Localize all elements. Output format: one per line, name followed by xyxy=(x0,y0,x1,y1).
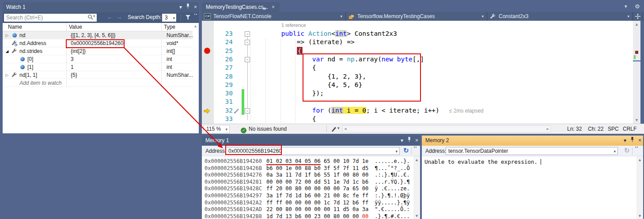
code-line[interactable]: public Action<int> Constant2x3 xyxy=(250,30,397,38)
pen-dropdown-icon[interactable]: ▾ xyxy=(337,126,340,130)
chevron-down-icon[interactable]: ▾ xyxy=(614,148,616,155)
code-line[interactable]: var nd = np.array(new byte[,] xyxy=(250,55,424,64)
memory-row[interactable]: 0x000002556B19428100 00 00 72 00 dd 51 1… xyxy=(205,179,410,186)
tabwell-gear-icon[interactable]: ⚙ xyxy=(635,3,640,10)
expander-icon[interactable]: ▷ xyxy=(4,71,10,79)
tab-close-icon[interactable]: × xyxy=(272,2,275,12)
code-line[interactable]: => (iterate) => xyxy=(250,38,355,46)
status-eol[interactable]: CRLF xyxy=(623,124,636,134)
toolbar-overflow-icon[interactable]: '' xyxy=(414,146,417,151)
watch-value[interactable]: {5} xyxy=(69,71,77,79)
memory-row[interactable]: 0x000002556B19428Cff 20 00 80 00 00 00 0… xyxy=(205,185,410,193)
breakpoint-icon[interactable] xyxy=(204,48,210,54)
toolbar-overflow-icon[interactable]: '' xyxy=(194,13,197,18)
pen-marker-icon[interactable] xyxy=(331,126,337,133)
scroll-right-icon[interactable]: ▸ xyxy=(546,126,549,132)
column-header-value[interactable]: Value xyxy=(69,23,82,31)
memory2-address-input[interactable]: tensor.TensorDataPointer ▾ xyxy=(446,147,618,155)
editor-vertical-scrollbar[interactable]: ▲ ▼ xyxy=(633,21,640,124)
code-line[interactable]: { xyxy=(250,64,316,72)
watch-titlebar[interactable]: Watch 1 ▾ × xyxy=(3,2,199,12)
property-refresh-icon: ⟳ xyxy=(11,40,18,46)
memory-row[interactable]: 0x000002556B1942973a 1f 7d 1d b6 00 21 0… xyxy=(205,193,410,200)
back-icon[interactable]: ← xyxy=(107,14,113,20)
close-icon[interactable]: × xyxy=(415,136,418,146)
watch-row[interactable]: ⟳nd.Address0x000002556b194260void* xyxy=(3,39,193,47)
memory-row[interactable]: 0x000002556B1942A2ff ff 00 00 00 00 1c 7… xyxy=(205,200,410,207)
memory-row[interactable]: 0x000002556B19426001 02 03 04 05 06 65 0… xyxy=(205,158,410,165)
watch-row[interactable]: ▷nd[1, 1]{5}NumShar... xyxy=(3,71,193,79)
type-dropdown[interactable]: Tensorflow.MemoryTestingCases▾ xyxy=(346,12,487,21)
watch-row[interactable]: [0]3int xyxy=(3,55,193,63)
search-dropdown-icon[interactable]: ▾ xyxy=(93,14,95,18)
search-input[interactable] xyxy=(4,13,97,22)
watch-value[interactable]: 0x000002556b194260 xyxy=(69,39,123,47)
memory1-hex-dump[interactable]: 0x000002556B19426001 02 03 04 05 06 65 0… xyxy=(202,136,413,219)
code-line[interactable]: {4, 5, 6} xyxy=(250,81,362,89)
code-line[interactable]: for (int i = 0; i < iterate; i++)≤ 2ms e… xyxy=(250,106,484,115)
editor-horizontal-scrollbar[interactable]: ◂ ▸ xyxy=(342,125,551,132)
close-icon[interactable]: × xyxy=(194,2,197,12)
project-dropdown[interactable]: C# TensorFlowNET.Console▾ xyxy=(202,12,346,21)
scroll-up-icon[interactable]: ▲ xyxy=(413,158,420,162)
watch-scrollbar-up-icon[interactable]: ▲ xyxy=(193,24,197,28)
code-editor[interactable]: 1 reference 23− public Action<int> Const… xyxy=(202,21,633,124)
memory-bytes: 0a 3a 11 7d 1f b6 55 1f 00 80 00 xyxy=(266,172,368,178)
toolbar-overflow-icon[interactable]: '' xyxy=(635,146,638,151)
memory-row[interactable]: 0x000002556B1942B81d 7d 13 b6 00 23 00 8… xyxy=(205,213,410,219)
watch-value[interactable]: 1 xyxy=(69,63,74,71)
watch-value[interactable]: 3 xyxy=(69,55,74,63)
watch-row[interactable]: Add item to watch xyxy=(3,79,193,87)
memory2-titlebar[interactable]: Memory 2 ▾ × xyxy=(422,136,643,146)
split-window-button[interactable] xyxy=(633,12,643,21)
scroll-left-icon[interactable]: ◂ xyxy=(344,126,347,132)
code-line[interactable]: }); xyxy=(250,89,324,98)
status-spc[interactable]: SPC xyxy=(608,124,619,134)
watch-row[interactable]: [1]1int xyxy=(3,63,193,71)
search-icon[interactable] xyxy=(87,14,94,22)
watch-value[interactable]: {[[1, 2, 3], [4, 5, 6]]} xyxy=(69,31,115,39)
tab-memorytestingcases[interactable]: MemoryTestingCases.cs × xyxy=(202,2,280,12)
pin-icon[interactable] xyxy=(630,136,634,146)
fold-collapse-icon[interactable]: − xyxy=(245,40,250,45)
status-column[interactable]: Ch: 22 xyxy=(588,124,603,134)
fold-collapse-icon[interactable]: − xyxy=(245,108,250,113)
watch-row[interactable]: ▷nd{[[1, 2, 3], [4, 5, 6]]}NumShar... xyxy=(3,31,193,39)
search-depth-select[interactable]: 3 ▾ xyxy=(162,13,177,22)
code-line[interactable]: { xyxy=(250,47,303,55)
memory-row[interactable]: 0x000002556B19426Bb6 00 1e 00 88 b0 3f 5… xyxy=(205,165,410,172)
pin-icon[interactable] xyxy=(186,2,190,12)
scroll-up-icon[interactable]: ▲ xyxy=(633,22,640,26)
codelens-references[interactable]: 1 reference xyxy=(281,23,306,28)
filter-icon[interactable] xyxy=(185,14,191,23)
zoom-select[interactable]: 115 % ▾ xyxy=(203,125,230,133)
scroll-up-icon[interactable]: ▲ xyxy=(636,158,643,162)
code-line[interactable]: {1, 2, 3}, xyxy=(250,72,366,81)
scroll-down-icon[interactable]: ▼ xyxy=(636,214,643,218)
fold-collapse-icon[interactable]: − xyxy=(245,57,250,62)
close-icon[interactable]: × xyxy=(638,136,641,146)
watch-row[interactable]: ◢nd.strides{int[2]}int[] xyxy=(3,47,193,55)
expander-icon[interactable]: ▷ xyxy=(4,31,10,39)
memory-row[interactable]: 0x000002556B1942AD22 00 80 00 00 00 00 1… xyxy=(205,206,410,213)
column-header-type[interactable]: Type xyxy=(164,23,175,31)
status-line[interactable]: Ln: 32 xyxy=(567,124,582,134)
scroll-down-icon[interactable]: ▼ xyxy=(413,214,420,218)
fold-collapse-icon[interactable]: − xyxy=(245,31,250,37)
scroll-down-icon[interactable]: ▼ xyxy=(633,118,640,122)
memory2-scrollbar[interactable]: ▲ ▼ xyxy=(636,156,643,219)
memory-row[interactable]: 0x000002556B1942760a 3a 11 7d 1f b6 55 1… xyxy=(205,172,410,179)
watch-value[interactable]: {int[2]} xyxy=(69,47,86,55)
memory1-scrollbar[interactable]: ▲ ▼ xyxy=(413,156,420,219)
perf-tip[interactable]: ≤ 2ms elapsed xyxy=(449,108,484,114)
forward-icon[interactable]: → xyxy=(116,14,122,20)
column-header-name[interactable]: Name xyxy=(8,23,22,31)
expander-icon[interactable]: ◢ xyxy=(4,47,10,55)
member-dropdown[interactable]: Constant2x3▾ xyxy=(487,12,633,21)
issues-status[interactable]: ✓No issues found xyxy=(241,124,287,134)
tabwell-dropdown-icon[interactable]: ▾ xyxy=(625,4,627,9)
window-position-icon[interactable]: ▾ xyxy=(624,136,626,146)
code-line[interactable]: { xyxy=(250,115,316,123)
memory2-title: Memory 2 xyxy=(425,137,449,143)
window-position-icon[interactable]: ▾ xyxy=(179,2,182,12)
